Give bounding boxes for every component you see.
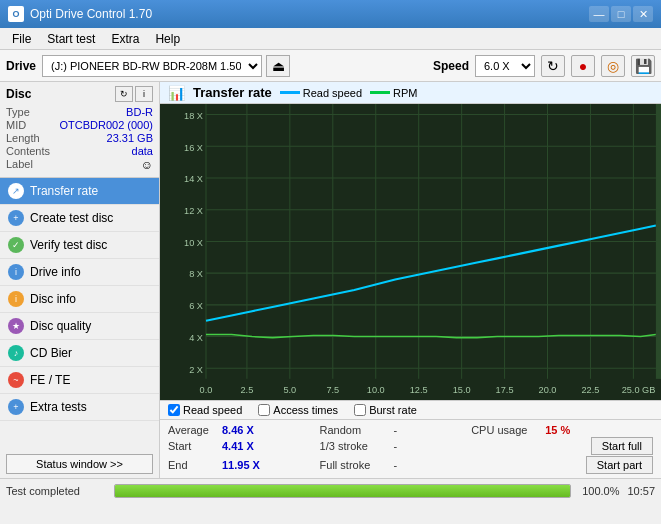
main-content: Disc ↻ i Type BD-R MID OTCBDR002 (000) L… bbox=[0, 82, 661, 478]
maximize-button[interactable]: □ bbox=[611, 6, 631, 22]
progress-bar-fill bbox=[115, 485, 570, 497]
start-cell: Start 4.41 X bbox=[168, 440, 320, 452]
checkboxes-row: Read speed Access times Burst rate bbox=[160, 400, 661, 420]
disc-quality-icon: ★ bbox=[8, 318, 24, 334]
svg-text:15.0: 15.0 bbox=[453, 384, 471, 394]
speed-label: Speed bbox=[433, 59, 469, 73]
drive-select-container: (J:) PIONEER BD-RW BDR-208M 1.50 ⏏ bbox=[42, 55, 427, 77]
nav-create-test-disc[interactable]: + Create test disc bbox=[0, 205, 159, 232]
svg-text:8 X: 8 X bbox=[189, 269, 204, 279]
progress-percent: 100.0% bbox=[579, 485, 619, 497]
full-stroke-label: Full stroke bbox=[320, 459, 390, 471]
nav-create-test-disc-label: Create test disc bbox=[30, 211, 113, 225]
chart-title: Transfer rate bbox=[193, 85, 272, 100]
end-label: End bbox=[168, 459, 218, 471]
read-speed-checkbox[interactable] bbox=[168, 404, 180, 416]
length-value: 23.31 GB bbox=[107, 132, 153, 144]
nav-transfer-rate[interactable]: ↗ Transfer rate bbox=[0, 178, 159, 205]
toolbar: Drive (J:) PIONEER BD-RW BDR-208M 1.50 ⏏… bbox=[0, 50, 661, 82]
svg-text:5.0: 5.0 bbox=[283, 384, 296, 394]
stroke-1-3-value: - bbox=[394, 440, 414, 452]
random-cell: Random - bbox=[320, 424, 472, 436]
end-cell: End 11.95 X bbox=[168, 459, 320, 471]
right-panel: 📊 Transfer rate Read speed RPM bbox=[160, 82, 661, 478]
left-panel: Disc ↻ i Type BD-R MID OTCBDR002 (000) L… bbox=[0, 82, 160, 478]
nav-extra-tests[interactable]: + Extra tests bbox=[0, 394, 159, 421]
nav-verify-test-disc[interactable]: ✓ Verify test disc bbox=[0, 232, 159, 259]
analyze-button[interactable]: ◎ bbox=[601, 55, 625, 77]
drive-select[interactable]: (J:) PIONEER BD-RW BDR-208M 1.50 bbox=[42, 55, 262, 77]
nav-extra-tests-label: Extra tests bbox=[30, 400, 87, 414]
save-button[interactable]: 💾 bbox=[631, 55, 655, 77]
legend-rpm-label: RPM bbox=[393, 87, 417, 99]
stroke-1-3-label: 1/3 stroke bbox=[320, 440, 390, 452]
disc-icon-button[interactable]: ● bbox=[571, 55, 595, 77]
refresh-button[interactable]: ↻ bbox=[541, 55, 565, 77]
minimize-button[interactable]: — bbox=[589, 6, 609, 22]
menu-file[interactable]: File bbox=[4, 30, 39, 48]
access-times-checkbox-item: Access times bbox=[258, 404, 338, 416]
eject-button[interactable]: ⏏ bbox=[266, 55, 290, 77]
contents-label: Contents bbox=[6, 145, 50, 157]
svg-text:2.5: 2.5 bbox=[241, 384, 254, 394]
disc-section: Disc ↻ i Type BD-R MID OTCBDR002 (000) L… bbox=[0, 82, 159, 178]
average-value: 8.46 X bbox=[222, 424, 267, 436]
legend-read-color bbox=[280, 91, 300, 94]
svg-text:12.5: 12.5 bbox=[410, 384, 428, 394]
start-part-button[interactable]: Start part bbox=[586, 456, 653, 474]
nav-disc-quality[interactable]: ★ Disc quality bbox=[0, 313, 159, 340]
svg-text:10 X: 10 X bbox=[184, 238, 204, 248]
disc-refresh-btn[interactable]: ↻ bbox=[115, 86, 133, 102]
start-full-cell: Start full bbox=[471, 437, 653, 455]
nav-menu: ↗ Transfer rate + Create test disc ✓ Ver… bbox=[0, 178, 159, 450]
nav-cd-bier-label: CD Bier bbox=[30, 346, 72, 360]
chart-header: 📊 Transfer rate Read speed RPM bbox=[160, 82, 661, 104]
close-button[interactable]: ✕ bbox=[633, 6, 653, 22]
label-icon: ☺ bbox=[141, 158, 153, 172]
menu-help[interactable]: Help bbox=[147, 30, 188, 48]
start-full-button[interactable]: Start full bbox=[591, 437, 653, 455]
svg-text:0.0: 0.0 bbox=[200, 384, 213, 394]
legend-read-label: Read speed bbox=[303, 87, 362, 99]
cd-bier-icon: ♪ bbox=[8, 345, 24, 361]
window-controls: — □ ✕ bbox=[589, 6, 653, 22]
nav-drive-info[interactable]: i Drive info bbox=[0, 259, 159, 286]
nav-cd-bier[interactable]: ♪ CD Bier bbox=[0, 340, 159, 367]
average-cell: Average 8.46 X bbox=[168, 424, 320, 436]
create-disc-icon: + bbox=[8, 210, 24, 226]
random-value: - bbox=[394, 424, 414, 436]
access-times-checkbox[interactable] bbox=[258, 404, 270, 416]
type-value: BD-R bbox=[126, 106, 153, 118]
disc-title: Disc bbox=[6, 87, 31, 101]
menu-extra[interactable]: Extra bbox=[103, 30, 147, 48]
chart-icon: 📊 bbox=[168, 85, 185, 101]
menu-start-test[interactable]: Start test bbox=[39, 30, 103, 48]
access-times-checkbox-label: Access times bbox=[273, 404, 338, 416]
stats-section: Average 8.46 X Random - CPU usage 15 % S… bbox=[160, 420, 661, 478]
chart-svg: 18 X 16 X 14 X 12 X 10 X 8 X 6 X 4 X 2 X… bbox=[160, 104, 661, 400]
disc-info-btn[interactable]: i bbox=[135, 86, 153, 102]
legend-rpm-color bbox=[370, 91, 390, 94]
nav-disc-quality-label: Disc quality bbox=[30, 319, 91, 333]
svg-text:6 X: 6 X bbox=[189, 301, 204, 311]
burst-rate-checkbox[interactable] bbox=[354, 404, 366, 416]
stats-row-3: End 11.95 X Full stroke - Start part bbox=[168, 456, 653, 474]
drive-label: Drive bbox=[6, 59, 36, 73]
nav-disc-info[interactable]: i Disc info bbox=[0, 286, 159, 313]
burst-rate-checkbox-label: Burst rate bbox=[369, 404, 417, 416]
extra-tests-icon: + bbox=[8, 399, 24, 415]
random-label: Random bbox=[320, 424, 390, 436]
cpu-usage-cell: CPU usage 15 % bbox=[471, 424, 653, 436]
stats-row-1: Average 8.46 X Random - CPU usage 15 % bbox=[168, 424, 653, 436]
svg-text:14 X: 14 X bbox=[184, 174, 204, 184]
nav-verify-test-disc-label: Verify test disc bbox=[30, 238, 107, 252]
speed-select[interactable]: 6.0 X bbox=[475, 55, 535, 77]
end-value: 11.95 X bbox=[222, 459, 267, 471]
svg-rect-0 bbox=[160, 104, 661, 400]
label-label: Label bbox=[6, 158, 33, 172]
nav-fe-te[interactable]: ~ FE / TE bbox=[0, 367, 159, 394]
length-label: Length bbox=[6, 132, 40, 144]
nav-drive-info-label: Drive info bbox=[30, 265, 81, 279]
status-bar: Test completed 100.0% 10:57 bbox=[0, 478, 661, 502]
status-window-button[interactable]: Status window >> bbox=[6, 454, 153, 474]
